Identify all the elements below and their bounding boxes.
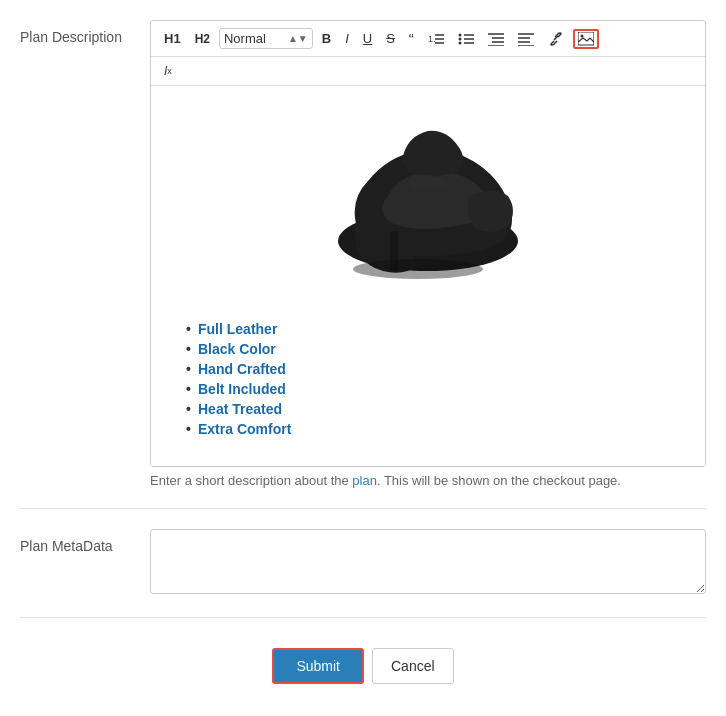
plan-metadata-row: Plan MetaData (20, 529, 706, 618)
svg-point-20 (580, 34, 583, 37)
h1-button[interactable]: H1 (159, 28, 186, 49)
hint-link[interactable]: plan (352, 473, 377, 488)
submit-button[interactable]: Submit (272, 648, 364, 684)
svg-text:1.: 1. (428, 34, 436, 44)
list-item: Hand Crafted (186, 361, 690, 377)
link-button[interactable] (543, 29, 569, 49)
list-item: Heat Treated (186, 401, 690, 417)
editor-hint: Enter a short description about the plan… (150, 473, 706, 488)
plan-description-label: Plan Description (20, 20, 150, 48)
bold-button[interactable]: B (317, 28, 336, 49)
editor-toolbar: H1 H2 Normal Heading 1 Heading 2 Heading… (151, 21, 705, 57)
list-item: Belt Included (186, 381, 690, 397)
ul-icon (458, 32, 474, 46)
saddle-image-container (166, 101, 690, 301)
ordered-list-button[interactable]: 1. (423, 29, 449, 49)
hint-text-before: Enter a short description about the (150, 473, 352, 488)
list-item: Full Leather (186, 321, 690, 337)
strikethrough-button[interactable]: S (381, 28, 400, 49)
select-chevron-icon: ▲▼ (288, 33, 308, 44)
metadata-input[interactable] (150, 529, 706, 594)
svg-point-5 (458, 37, 461, 40)
image-icon (578, 32, 594, 46)
italic-button[interactable]: I (340, 28, 354, 49)
form-buttons: Submit Cancel (20, 638, 706, 684)
svg-point-6 (458, 41, 461, 44)
format-select-wrap[interactable]: Normal Heading 1 Heading 2 Heading 3 ▲▼ (219, 28, 313, 49)
list-item: Extra Comfort (186, 421, 690, 437)
unordered-list-button[interactable] (453, 29, 479, 49)
rich-text-editor: H1 H2 Normal Heading 1 Heading 2 Heading… (150, 20, 706, 467)
indent-left-icon (488, 32, 504, 46)
indent-right-icon (518, 32, 534, 46)
quote-button[interactable]: “ (404, 27, 419, 50)
svg-point-23 (353, 259, 483, 279)
image-button[interactable] (573, 29, 599, 49)
feature-list: Full Leather Black Color Hand Crafted Be… (166, 321, 690, 437)
plan-description-field: H1 H2 Normal Heading 1 Heading 2 Heading… (150, 20, 706, 488)
plan-metadata-label: Plan MetaData (20, 529, 150, 557)
svg-rect-19 (578, 32, 594, 45)
svg-point-4 (458, 33, 461, 36)
cancel-button[interactable]: Cancel (372, 648, 454, 684)
underline-button[interactable]: U (358, 28, 377, 49)
hint-text-after: . This will be shown on the checkout pag… (377, 473, 621, 488)
plan-description-row: Plan Description H1 H2 Normal Heading 1 … (20, 20, 706, 509)
plan-metadata-field (150, 529, 706, 597)
list-item: Black Color (186, 341, 690, 357)
saddle-image (318, 101, 538, 301)
format-select[interactable]: Normal Heading 1 Heading 2 Heading 3 (224, 31, 286, 46)
editor-content-area[interactable]: Full Leather Black Color Hand Crafted Be… (151, 86, 705, 466)
clear-format-button[interactable]: Ix (159, 61, 177, 81)
link-icon (548, 32, 564, 46)
h2-button[interactable]: H2 (190, 29, 215, 49)
toolbar-row2: Ix (151, 57, 705, 86)
indent-right-button[interactable] (513, 29, 539, 49)
indent-left-button[interactable] (483, 29, 509, 49)
ol-icon: 1. (428, 32, 444, 46)
